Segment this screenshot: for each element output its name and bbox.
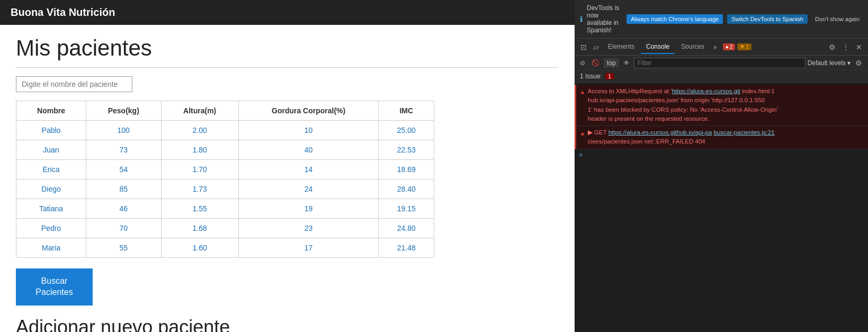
table-cell: 19.15 xyxy=(379,199,434,219)
section2-title: Adicionar nuevo paciente xyxy=(16,316,559,332)
console-clear-icon[interactable]: ⊘ xyxy=(578,58,587,68)
devtools-panel: ℹ DevTools is now available in Spanish! … xyxy=(575,0,868,332)
app-header: Buona Vita Nutrición xyxy=(0,0,575,25)
table-cell: 10 xyxy=(238,121,379,140)
error-circle-icon: ● xyxy=(580,87,585,98)
console-block-icon[interactable]: 🚫 xyxy=(589,58,602,68)
table-cell: 1.60 xyxy=(161,238,238,258)
table-cell: 24.80 xyxy=(379,219,434,238)
warn-count-badge: ⚑ 1 xyxy=(737,43,751,50)
table-row: Diego851.732428.40 xyxy=(16,180,434,199)
error-circle-icon-2: ● xyxy=(580,129,585,139)
error-icon: ● xyxy=(726,44,729,50)
table-cell: 73 xyxy=(86,140,161,160)
table-cell: 18.69 xyxy=(379,160,434,180)
table-row: Maria551.601721.48 xyxy=(16,238,434,258)
table-cell: 2.00 xyxy=(161,121,238,140)
table-cell: 25.00 xyxy=(379,121,434,140)
devtools-console-content: ● Access to XMLHttpRequest at 'https://a… xyxy=(575,83,868,332)
table-cell: 40 xyxy=(238,140,379,160)
tab-sources[interactable]: Sources xyxy=(676,40,710,54)
table-cell: 23 xyxy=(238,219,379,238)
table-cell: 1.68 xyxy=(161,219,238,238)
console-cors-error-text: Access to XMLHttpRequest at 'https://alu… xyxy=(588,87,864,123)
table-cell: 70 xyxy=(86,219,161,238)
col-header-nombre: Nombre xyxy=(16,101,86,121)
get-error-link[interactable]: https://alura-es-cursos.github.io/api-pa xyxy=(609,129,712,136)
settings-gear-icon[interactable]: ⚙ xyxy=(826,41,838,53)
issue-count-badge: 1 xyxy=(605,73,614,79)
table-cell: 85 xyxy=(86,180,161,199)
table-row: Pedro701.682324.80 xyxy=(16,219,434,238)
table-cell: Pedro xyxy=(16,219,86,238)
default-levels-dropdown[interactable]: Default levels ▾ xyxy=(808,59,851,67)
table-cell: 46 xyxy=(86,199,161,219)
table-row: Juan731.804022.53 xyxy=(16,140,434,160)
console-filter-input[interactable] xyxy=(634,58,806,68)
devtools-tabs-bar: ⊡ ▱ Elements Console Sources » ● 2 ⚑ 1 ⚙… xyxy=(575,39,868,56)
section-divider xyxy=(16,67,559,68)
devtools-cursor-icon[interactable]: ⊡ xyxy=(578,41,589,53)
error-count-badge: ● 2 xyxy=(723,43,736,50)
main-page: Buona Vita Nutrición Mis pacientes Nombr… xyxy=(0,0,575,332)
get-error-source[interactable]: buscar-pacientes.js:21 xyxy=(714,129,775,136)
console-input-caret: > xyxy=(575,149,868,161)
table-cell: 19 xyxy=(238,199,379,219)
table-cell: 55 xyxy=(86,238,161,258)
console-eye-icon[interactable]: 👁 xyxy=(621,58,632,68)
col-header-altura: Altura(m) xyxy=(161,101,238,121)
table-cell: 54 xyxy=(86,160,161,180)
table-row: Pablo1002.001025.00 xyxy=(16,121,434,140)
console-get-error-text: ▶ GET https://alura-es-cursos.github.io/… xyxy=(588,128,864,147)
issues-label: 1 Issue: xyxy=(580,73,602,80)
console-entry-get-error: ● ▶ GET https://alura-es-cursos.github.i… xyxy=(575,126,868,149)
cors-error-link1[interactable]: https://alura-es-cursos.git xyxy=(672,88,740,94)
tab-elements[interactable]: Elements xyxy=(603,40,640,54)
table-cell: 22.53 xyxy=(379,140,434,160)
table-cell: 24 xyxy=(238,180,379,199)
patients-table: Nombre Peso(kg) Altura(m) Gordura Corpor… xyxy=(16,101,434,258)
table-cell: 1.55 xyxy=(161,199,238,219)
patients-tbody: Pablo1002.001025.00Juan731.804022.53Eric… xyxy=(16,121,434,258)
switch-spanish-button[interactable]: Switch DevTools to Spanish xyxy=(727,14,808,24)
notification-text: DevTools is now available in Spanish! xyxy=(587,4,622,34)
table-cell: 14 xyxy=(238,160,379,180)
table-cell: Erica xyxy=(16,160,86,180)
table-row: Tatiana461.551919.15 xyxy=(16,199,434,219)
col-header-imc: IMC xyxy=(379,101,434,121)
close-devtools-icon[interactable]: ✕ xyxy=(853,41,865,53)
console-entry-cors-error: ● Access to XMLHttpRequest at 'https://a… xyxy=(575,85,868,126)
table-cell: 17 xyxy=(238,238,379,258)
search-input[interactable] xyxy=(16,76,132,92)
table-cell: 21.48 xyxy=(379,238,434,258)
table-cell: 1.70 xyxy=(161,160,238,180)
table-cell: Pablo xyxy=(16,121,86,140)
table-header-row: Nombre Peso(kg) Altura(m) Gordura Corpor… xyxy=(16,101,434,121)
devtools-more-options-icon[interactable]: ⋮ xyxy=(839,41,852,53)
warn-icon: ⚑ xyxy=(740,44,745,50)
table-cell: Maria xyxy=(16,238,86,258)
always-match-button[interactable]: Always match Chrome's language xyxy=(627,14,723,24)
info-icon: ℹ xyxy=(580,15,583,23)
app-title: Buona Vita Nutrición xyxy=(11,6,115,18)
tab-more-button[interactable]: » xyxy=(711,41,720,53)
table-cell: Tatiana xyxy=(16,199,86,219)
console-top-dropdown[interactable]: top xyxy=(604,58,619,68)
buscar-pacientes-button[interactable]: BuscarPacientes xyxy=(16,268,93,306)
table-row: Erica541.701418.69 xyxy=(16,160,434,180)
table-cell: 28.40 xyxy=(379,180,434,199)
table-cell: Diego xyxy=(16,180,86,199)
table-cell: Juan xyxy=(16,140,86,160)
devtools-mobile-icon[interactable]: ▱ xyxy=(590,41,602,53)
page-content: Mis pacientes Nombre Peso(kg) Altura(m) … xyxy=(0,25,575,332)
error-count: 2 xyxy=(730,44,733,50)
tab-console[interactable]: Console xyxy=(641,40,675,54)
console-settings-icon[interactable]: ⚙ xyxy=(853,57,865,69)
table-cell: 1.80 xyxy=(161,140,238,160)
table-cell: 1.73 xyxy=(161,180,238,199)
caret-icon: > xyxy=(579,151,583,159)
devtools-console-bar: ⊘ 🚫 top 👁 Default levels ▾ ⚙ xyxy=(575,56,868,70)
devtools-issues-bar: 1 Issue: 1 xyxy=(575,70,868,83)
dont-show-again-button[interactable]: Don't show again xyxy=(812,14,863,24)
warn-count: 1 xyxy=(746,44,749,50)
